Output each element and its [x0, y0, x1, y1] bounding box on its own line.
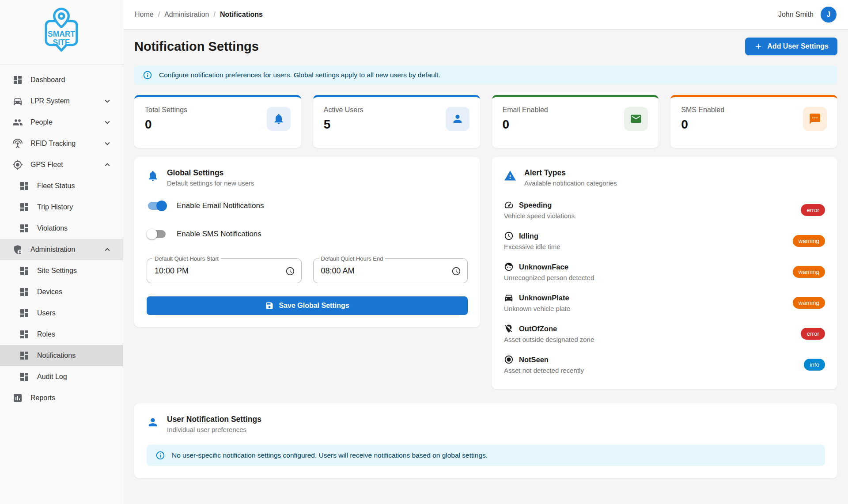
alert-type-name: UnknownPlate [519, 294, 569, 302]
breadcrumb-separator: / [214, 11, 216, 19]
email-notifications-toggle[interactable] [147, 200, 167, 212]
alert-types-panel: Alert Types Available notification categ… [492, 157, 837, 389]
severity-badge: error [801, 204, 825, 216]
sidebar-item-fleet-status[interactable]: Fleet Status [0, 175, 123, 197]
plus-icon [754, 42, 763, 51]
sms-notifications-toggle[interactable] [147, 228, 167, 240]
sidebar-item-label: Notifications [37, 352, 112, 360]
alert-type-name: OutOfZone [519, 325, 557, 333]
gps-icon [12, 159, 23, 170]
alert-type-description: Vehicle speed violations [504, 212, 575, 220]
sidebar-item-dashboard[interactable]: Dashboard [0, 69, 123, 91]
panel-title: User Notification Settings [167, 415, 261, 424]
user-settings-header: User Notification Settings Individual us… [147, 415, 825, 433]
global-settings-header: Global Settings Default settings for new… [147, 168, 468, 187]
alert-type-description: Asset not detected recently [504, 367, 584, 374]
sidebar-item-notifications[interactable]: Notifications [0, 345, 123, 366]
sidebar-item-label: Reports [30, 394, 112, 402]
field-label: Default Quiet Hours End [319, 255, 386, 262]
grid-icon [19, 202, 30, 212]
sidebar-item-gps-fleet[interactable]: GPS Fleet [0, 154, 123, 175]
sidebar-item-label: Users [37, 309, 112, 317]
car-icon [504, 293, 514, 303]
save-icon [265, 301, 274, 310]
sidebar-item-rfid-tracking[interactable]: RFID Tracking [0, 133, 123, 154]
page-header: Notification Settings Add User Settings [134, 38, 837, 55]
breadcrumb: Home / Administration / Notifications [135, 11, 263, 19]
sidebar-item-label: LPR System [30, 97, 102, 105]
email-toggle-label: Enable Email Notifications [177, 201, 264, 210]
sidebar-item-devices[interactable]: Devices [0, 281, 123, 303]
chevron-up-icon [102, 160, 112, 170]
person-icon [147, 416, 159, 428]
sidebar-item-label: RFID Tracking [30, 140, 102, 148]
sidebar-item-lpr-system[interactable]: LPR System [0, 91, 123, 112]
sidebar-item-label: Administration [30, 246, 102, 254]
alert-type-description: Unknown vehicle plate [504, 305, 570, 312]
clock-icon [504, 231, 514, 241]
smart-site-logo-icon: SMART SITE [40, 8, 83, 57]
sms-icon [803, 107, 827, 131]
sidebar-item-users[interactable]: Users [0, 303, 123, 324]
antenna-icon [12, 138, 23, 149]
topbar: Home / Administration / Notifications Jo… [123, 0, 848, 30]
sidebar-item-roles[interactable]: Roles [0, 324, 123, 345]
severity-badge: warning [793, 297, 825, 309]
sidebar-item-label: Audit Log [37, 373, 112, 381]
quiet-hours-start-input[interactable]: Default Quiet Hours Start 10:00 PM [147, 258, 302, 283]
alert-type-name: Idling [519, 232, 538, 240]
sidebar-item-administration[interactable]: Administration [0, 239, 123, 260]
user-area: John Smith J [778, 7, 837, 23]
sidebar-item-label: People [30, 118, 102, 126]
sidebar-item-people[interactable]: People [0, 112, 123, 133]
quiet-hours-end-input[interactable]: Default Quiet Hours End 08:00 AM [313, 258, 468, 283]
sidebar-item-violations[interactable]: Violations [0, 218, 123, 239]
sidebar-item-trip-history[interactable]: Trip History [0, 197, 123, 218]
breadcrumb-administration[interactable]: Administration [164, 11, 209, 19]
grid-icon [19, 329, 30, 340]
sidebar-item-label: Roles [37, 330, 112, 338]
app-root: SMART SITE Dashboard LPR System People [0, 0, 848, 504]
breadcrumb-home[interactable]: Home [135, 11, 154, 19]
severity-badge: info [804, 359, 825, 371]
panel-subtitle: Default settings for new users [167, 179, 254, 187]
grid-icon [19, 308, 30, 318]
add-user-settings-button[interactable]: Add User Settings [745, 38, 837, 55]
sidebar-item-label: Devices [37, 288, 112, 296]
alert-type-row-speeding: Speeding Vehicle speed violations error [504, 200, 825, 220]
alert-type-name: UnknownFace [519, 263, 568, 271]
clock-icon[interactable] [285, 266, 295, 276]
grid-icon [19, 181, 30, 191]
sidebar-item-reports[interactable]: Reports [0, 387, 123, 409]
add-user-settings-label: Add User Settings [767, 42, 829, 50]
save-global-settings-button[interactable]: Save Global Settings [147, 296, 468, 315]
sidebar-item-label: Site Settings [37, 267, 112, 275]
bell-icon [147, 170, 159, 182]
clock-icon[interactable] [451, 266, 461, 276]
panel-subtitle: Individual user preferences [167, 426, 261, 433]
page-content: Notification Settings Add User Settings … [123, 30, 848, 478]
car-icon [12, 96, 23, 106]
alert-type-row-notseen: NotSeen Asset not detected recently info [504, 355, 825, 374]
sidebar-item-label: Dashboard [30, 76, 112, 84]
mail-icon [624, 107, 648, 131]
sidebar-item-site-settings[interactable]: Site Settings [0, 260, 123, 281]
panel-subtitle: Available notification categories [524, 179, 617, 187]
severity-badge: warning [793, 266, 825, 278]
empty-state-text: No user-specific notification settings c… [172, 451, 488, 459]
field-label: Default Quiet Hours Start [152, 255, 221, 262]
face-icon [504, 262, 514, 272]
sidebar-item-audit-log[interactable]: Audit Log [0, 366, 123, 387]
sidebar-nav: Dashboard LPR System People RFID Trackin… [0, 65, 123, 409]
info-icon [143, 70, 152, 80]
location-off-icon [504, 324, 514, 333]
sms-toggle-row: Enable SMS Notifications [147, 228, 468, 240]
stat-card-total-settings: Total Settings 0 [134, 95, 301, 148]
avatar[interactable]: J [821, 7, 837, 23]
brand-line2: SITE [53, 38, 70, 47]
grid-icon [19, 350, 30, 361]
alert-type-description: Asset outside designated zone [504, 336, 594, 343]
stat-label: Total Settings [145, 106, 187, 114]
speed-icon [504, 200, 514, 210]
stat-card-email-enabled: Email Enabled 0 [492, 95, 659, 148]
